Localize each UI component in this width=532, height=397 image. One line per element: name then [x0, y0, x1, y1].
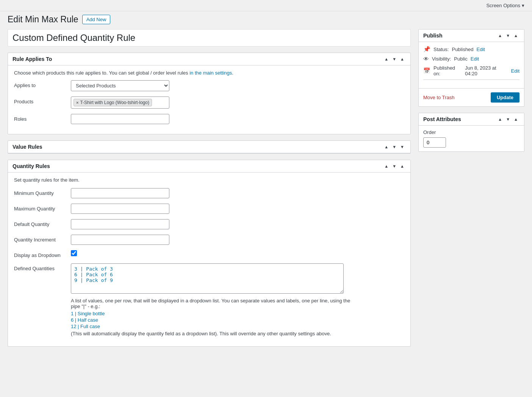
min-qty-label: Minimum Quantity — [14, 188, 71, 196]
qty-increment-label: Quantity Increment — [14, 235, 71, 243]
collapse-down-button[interactable]: ▼ — [391, 56, 398, 62]
published-label: Published on: — [433, 65, 462, 76]
value-rules-title: Value Rules — [13, 144, 42, 150]
tag-label: T-Shirt with Logo (Woo-tshirt-logo) — [80, 100, 149, 105]
status-label: Status: — [433, 47, 449, 52]
dropdown-checkbox-row — [71, 250, 404, 256]
move-to-trash-link[interactable]: Move to Trash — [423, 95, 454, 100]
update-button[interactable]: Update — [491, 92, 519, 103]
post-attributes-body: Order — [419, 126, 524, 151]
max-qty-field — [71, 204, 404, 214]
hint-line-1: 1 | Single bottle — [71, 311, 351, 316]
hint-main: A list of values, one per row, that will… — [71, 298, 350, 309]
rule-applies-to-title: Rule Applies To — [13, 56, 52, 62]
screen-options-chevron: ▾ — [522, 3, 524, 8]
roles-label: Roles — [14, 114, 71, 122]
dropdown-field — [71, 250, 404, 256]
max-qty-input[interactable] — [71, 204, 169, 214]
collapse-up-button[interactable]: ▲ — [383, 56, 390, 62]
post-attr-toggle-button[interactable]: ▲ — [512, 117, 519, 122]
default-qty-input[interactable] — [71, 219, 169, 229]
publish-metabox: Publish ▲ ▼ ▲ 📌 Status: Published Edit 👁 — [418, 29, 524, 107]
order-input[interactable] — [423, 137, 446, 148]
quantity-rules-header[interactable]: Quantity Rules ▲ ▼ ▲ — [8, 160, 410, 173]
rule-applies-to-body: Choose which products this rule applies … — [8, 65, 410, 134]
quantity-rules-down-button[interactable]: ▼ — [391, 163, 398, 169]
publish-divider — [423, 79, 519, 80]
visibility-label: Visibility: — [432, 56, 451, 62]
publish-down-button[interactable]: ▼ — [504, 33, 512, 39]
main-layout: Rule Applies To ▲ ▼ ▲ Choose which produ… — [0, 29, 532, 360]
products-tag-input[interactable]: × T-Shirt with Logo (Woo-tshirt-logo) — [71, 97, 169, 109]
publish-up-button[interactable]: ▲ — [496, 33, 504, 39]
defined-qty-label: Defined Quantities — [14, 263, 71, 271]
default-qty-label: Default Quantity — [14, 219, 71, 227]
quantity-rules-title: Quantity Rules — [13, 163, 50, 169]
rule-title-input[interactable] — [8, 29, 411, 47]
metabox-controls: ▲ ▼ ▲ — [383, 56, 406, 62]
qty-increment-input[interactable] — [71, 235, 169, 245]
value-rules-down-button[interactable]: ▼ — [391, 144, 398, 150]
screen-options-label: Screen Options — [486, 3, 520, 8]
defined-qty-textarea[interactable]: 3 | Pack of 3 6 | Pack of 6 9 | Pack of … — [71, 263, 344, 294]
dropdown-row: Display as Dropdown — [14, 250, 404, 258]
visibility-row: 👁 Visibility: Public Edit — [423, 56, 519, 62]
products-row: Products × T-Shirt with Logo (Woo-tshirt… — [14, 97, 404, 109]
qty-increment-field — [71, 235, 404, 245]
visibility-edit-link[interactable]: Edit — [471, 56, 479, 62]
defined-qty-field: 3 | Pack of 3 6 | Pack of 6 9 | Pack of … — [71, 263, 404, 336]
add-new-button[interactable]: Add New — [82, 15, 111, 24]
tag-remove-button[interactable]: × — [76, 100, 78, 105]
screen-options-button[interactable]: Screen Options ▾ — [486, 3, 524, 8]
rule-applies-to-header[interactable]: Rule Applies To ▲ ▼ ▲ — [8, 53, 410, 65]
roles-input[interactable] — [71, 114, 169, 124]
published-edit-link[interactable]: Edit — [511, 68, 519, 74]
publish-toggle-button[interactable]: ▲ — [512, 33, 519, 39]
status-edit-link[interactable]: Edit — [477, 47, 485, 52]
hint-text: A list of values, one per row, that will… — [71, 298, 351, 336]
quantity-rules-body: Set quantity rules for the item. Minimum… — [8, 173, 410, 346]
published-on-row: 📅 Published on: Jun 8, 2023 at 04:20 Edi… — [423, 65, 519, 76]
quantity-rules-toggle-button[interactable]: ▲ — [399, 163, 406, 169]
value-rules-header[interactable]: Value Rules ▲ ▼ ▼ — [8, 141, 410, 153]
page-header: Edit Min Max Rule Add New — [0, 11, 532, 29]
applies-to-row: Applies to All Products Selected Product… — [14, 80, 404, 91]
quantity-rules-controls: ▲ ▼ ▲ — [383, 163, 406, 169]
calendar-icon: 📅 — [423, 67, 430, 74]
post-attr-down-button[interactable]: ▼ — [504, 117, 512, 122]
publish-controls: ▲ ▼ ▲ — [496, 33, 519, 39]
products-field: × T-Shirt with Logo (Woo-tshirt-logo) — [71, 97, 404, 109]
min-qty-input[interactable] — [71, 188, 169, 198]
max-qty-label: Maximum Quantity — [14, 204, 71, 212]
value-rules-up-button[interactable]: ▲ — [383, 144, 390, 150]
hint-example-3: 12 | Full case — [71, 324, 100, 329]
value-rules-toggle-button[interactable]: ▼ — [399, 144, 406, 150]
value-rules-controls: ▲ ▼ ▼ — [383, 144, 406, 150]
value-rules-metabox: Value Rules ▲ ▼ ▼ — [8, 140, 411, 154]
applies-to-select[interactable]: All Products Selected Products Selected … — [71, 80, 169, 91]
publish-actions: Move to Trash Update — [419, 88, 524, 106]
hint-footer: (This will automatically display the qua… — [71, 331, 351, 336]
main-settings-link[interactable]: in the main settings — [189, 70, 232, 76]
visibility-value: Public — [454, 56, 467, 62]
pin-icon: 📌 — [423, 46, 430, 53]
status-row: 📌 Status: Published Edit — [423, 46, 519, 53]
default-qty-row: Default Quantity — [14, 219, 404, 229]
hint-example-2: 6 | Half case — [71, 317, 98, 323]
defined-qty-row: Defined Quantities 3 | Pack of 3 6 | Pac… — [14, 263, 404, 336]
status-value: Published — [452, 47, 473, 52]
applies-to-label: Applies to — [14, 80, 71, 88]
dropdown-checkbox[interactable] — [71, 250, 77, 256]
quantity-rules-up-button[interactable]: ▲ — [383, 163, 390, 169]
dropdown-label: Display as Dropdown — [14, 250, 71, 258]
applies-to-field: All Products Selected Products Selected … — [71, 80, 404, 91]
hint-example-1: 1 | Single bottle — [71, 311, 105, 316]
publish-header[interactable]: Publish ▲ ▼ ▲ — [419, 30, 524, 42]
post-attributes-header[interactable]: Post Attributes ▲ ▼ ▲ — [419, 113, 524, 126]
toggle-button[interactable]: ▲ — [399, 56, 406, 62]
post-attr-up-button[interactable]: ▲ — [496, 117, 504, 122]
published-value: Jun 8, 2023 at 04:20 — [465, 65, 508, 76]
qty-increment-row: Quantity Increment — [14, 235, 404, 245]
publish-title: Publish — [423, 33, 443, 39]
roles-field — [71, 114, 404, 124]
